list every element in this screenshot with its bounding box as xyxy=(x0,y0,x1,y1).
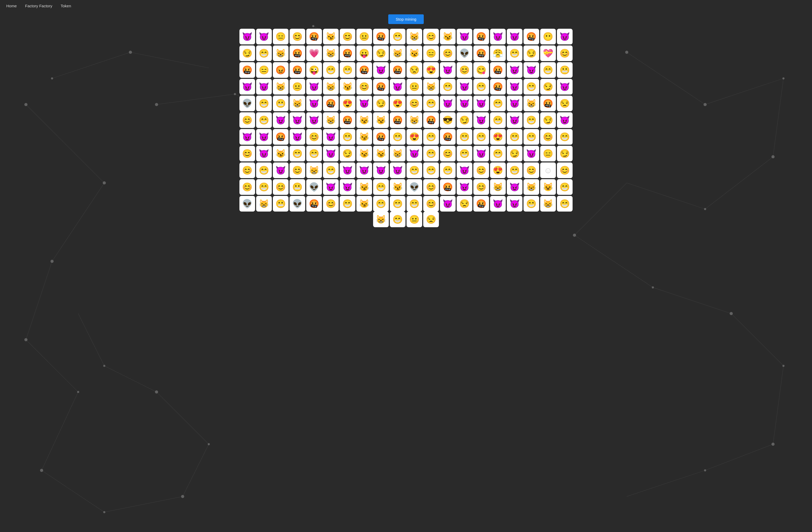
emoji-cell[interactable]: 💗 xyxy=(306,45,322,61)
emoji-cell[interactable]: 😸 xyxy=(273,45,289,61)
emoji-cell[interactable]: 😏 xyxy=(456,112,472,128)
emoji-cell[interactable]: 😁 xyxy=(557,196,572,212)
emoji-cell[interactable]: 🤬 xyxy=(473,196,489,212)
emoji-cell[interactable]: 🤬 xyxy=(473,29,489,44)
emoji-cell[interactable]: 😼 xyxy=(323,29,339,44)
emoji-cell[interactable]: 😊 xyxy=(357,79,372,95)
emoji-cell[interactable]: 😁 xyxy=(523,196,539,212)
emoji-cell[interactable]: 🤬 xyxy=(357,62,372,78)
emoji-cell[interactable]: 😈 xyxy=(473,96,489,111)
emoji-cell[interactable]: 😊 xyxy=(423,179,439,195)
emoji-cell[interactable]: 😁 xyxy=(507,45,522,61)
emoji-cell[interactable]: 😈 xyxy=(507,96,522,111)
emoji-cell[interactable]: 😊 xyxy=(306,129,322,145)
emoji-cell[interactable]: 😍 xyxy=(423,62,439,78)
nav-token[interactable]: Token xyxy=(61,4,71,8)
emoji-cell[interactable]: 😊 xyxy=(240,179,255,195)
emoji-cell[interactable]: 😈 xyxy=(357,162,372,178)
emoji-cell[interactable]: 😼 xyxy=(357,112,372,128)
emoji-cell[interactable]: 😏 xyxy=(373,45,389,61)
emoji-cell[interactable]: 😁 xyxy=(523,129,539,145)
emoji-cell[interactable]: 🤬 xyxy=(273,129,289,145)
emoji-cell[interactable]: 😈 xyxy=(473,146,489,161)
emoji-cell[interactable]: 😊 xyxy=(440,45,455,61)
emoji-cell[interactable]: 😡 xyxy=(273,62,289,78)
emoji-cell[interactable]: 🤬 xyxy=(323,96,339,111)
emoji-cell[interactable]: 😼 xyxy=(357,196,372,212)
emoji-cell[interactable]: 😈 xyxy=(306,79,322,95)
emoji-cell[interactable]: 😬 xyxy=(273,96,289,111)
emoji-cell[interactable]: 😸 xyxy=(306,162,322,178)
emoji-cell[interactable]: 😏 xyxy=(540,79,556,95)
emoji-cell[interactable]: 😏 xyxy=(557,146,572,161)
emoji-cell[interactable]: 😈 xyxy=(240,29,255,44)
emoji-cell[interactable]: 🤬 xyxy=(523,29,539,44)
emoji-cell[interactable]: 😊 xyxy=(423,196,439,212)
emoji-cell[interactable]: 😊 xyxy=(523,162,539,178)
emoji-cell-partial[interactable]: 😁 xyxy=(390,212,405,227)
emoji-cell[interactable]: 😈 xyxy=(507,62,522,78)
emoji-cell-partial[interactable]: 😐 xyxy=(407,212,422,227)
emoji-cell[interactable]: 👽 xyxy=(456,45,472,61)
emoji-cell[interactable]: 😈 xyxy=(290,129,305,145)
emoji-cell[interactable]: 😁 xyxy=(523,79,539,95)
emoji-cell[interactable]: 😁 xyxy=(323,162,339,178)
emoji-cell[interactable]: 😁 xyxy=(256,179,272,195)
emoji-cell[interactable]: 😊 xyxy=(473,162,489,178)
emoji-cell[interactable]: 😈 xyxy=(390,79,405,95)
emoji-cell[interactable]: 😊 xyxy=(456,62,472,78)
emoji-cell[interactable]: 😁 xyxy=(423,146,439,161)
emoji-cell[interactable]: 😁 xyxy=(423,162,439,178)
emoji-cell[interactable]: 😼 xyxy=(357,129,372,145)
emoji-cell[interactable]: 😁 xyxy=(306,146,322,161)
emoji-cell[interactable]: 😈 xyxy=(440,96,455,111)
emoji-cell[interactable]: 😊 xyxy=(340,29,356,44)
emoji-cell-partial[interactable]: 😒 xyxy=(423,212,439,227)
emoji-cell[interactable]: 😁 xyxy=(340,62,356,78)
emoji-cell[interactable]: 😁 xyxy=(473,129,489,145)
nav-home[interactable]: Home xyxy=(6,4,17,8)
emoji-cell[interactable]: 😁 xyxy=(440,162,455,178)
emoji-cell[interactable]: 😊 xyxy=(240,162,255,178)
emoji-cell[interactable]: 😸 xyxy=(407,112,422,128)
emoji-cell[interactable]: 😈 xyxy=(490,196,506,212)
emoji-cell[interactable]: 😍 xyxy=(407,129,422,145)
emoji-cell[interactable]: 😐 xyxy=(407,79,422,95)
emoji-cell[interactable]: 😈 xyxy=(557,79,572,95)
emoji-cell[interactable]: 😈 xyxy=(440,196,455,212)
emoji-cell[interactable]: 😊 xyxy=(423,29,439,44)
emoji-cell[interactable]: 🤬 xyxy=(390,112,405,128)
emoji-cell[interactable]: 😁 xyxy=(256,96,272,111)
emoji-cell[interactable]: 😈 xyxy=(507,112,522,128)
emoji-cell[interactable]: 😼 xyxy=(407,45,422,61)
emoji-cell[interactable]: 🤬 xyxy=(373,129,389,145)
emoji-cell[interactable]: 😼 xyxy=(373,112,389,128)
emoji-cell[interactable]: 🤬 xyxy=(340,112,356,128)
emoji-cell[interactable]: 😸 xyxy=(407,29,422,44)
emoji-cell[interactable]: 😬 xyxy=(290,179,305,195)
emoji-cell[interactable]: 😏 xyxy=(507,146,522,161)
emoji-cell[interactable]: 😁 xyxy=(540,62,556,78)
emoji-cell[interactable]: 😁 xyxy=(407,196,422,212)
emoji-cell[interactable]: 😊 xyxy=(290,29,305,44)
emoji-cell[interactable]: 😊 xyxy=(240,146,255,161)
emoji-cell[interactable]: 😈 xyxy=(390,162,405,178)
emoji-cell[interactable]: 😈 xyxy=(340,179,356,195)
emoji-cell[interactable]: 😏 xyxy=(523,45,539,61)
emoji-cell[interactable]: 😈 xyxy=(256,79,272,95)
emoji-cell[interactable]: 😏 xyxy=(240,45,255,61)
emoji-cell[interactable]: 😁 xyxy=(557,129,572,145)
emoji-cell[interactable]: 👽 xyxy=(290,196,305,212)
emoji-cell[interactable]: 😊 xyxy=(407,96,422,111)
emoji-cell[interactable]: 😈 xyxy=(373,162,389,178)
emoji-cell[interactable]: 🤬 xyxy=(373,79,389,95)
emoji-cell[interactable]: 😈 xyxy=(490,29,506,44)
emoji-cell[interactable]: 🤬 xyxy=(390,62,405,78)
emoji-cell[interactable]: 😁 xyxy=(390,196,405,212)
emoji-cell[interactable]: 😁 xyxy=(256,112,272,128)
emoji-cell[interactable]: 😈 xyxy=(456,179,472,195)
emoji-cell[interactable]: 😁 xyxy=(507,129,522,145)
emoji-cell[interactable]: 😈 xyxy=(256,146,272,161)
emoji-cell[interactable]: ☺ xyxy=(540,162,556,178)
emoji-cell[interactable]: 👽 xyxy=(240,96,255,111)
